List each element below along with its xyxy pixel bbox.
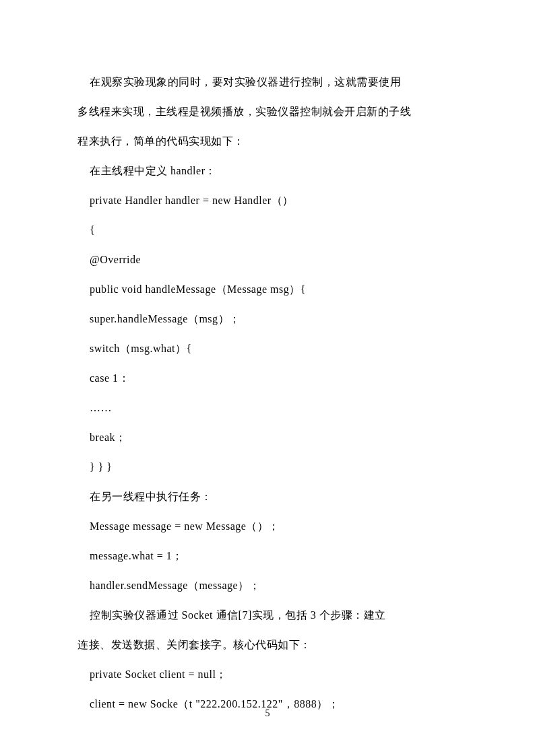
- body-line: private Handler handler = new Handler（）: [77, 186, 458, 215]
- body-line: 连接、发送数据、关闭套接字。核心代码如下：: [77, 630, 458, 660]
- body-line: @Override: [77, 245, 458, 275]
- body-line: message.what = 1；: [77, 541, 458, 571]
- body-line: case 1：: [77, 364, 458, 393]
- body-line: 在主线程中定义 handler：: [77, 156, 458, 186]
- page-number: 5: [0, 708, 535, 719]
- body-line: } } }: [77, 452, 458, 482]
- body-line: 在观察实验现象的同时，要对实验仪器进行控制，这就需要使用: [77, 67, 458, 97]
- body-line: private Socket client = null；: [77, 660, 458, 689]
- body-line: break；: [77, 423, 458, 452]
- body-line: 在另一线程中执行任务：: [77, 482, 458, 512]
- body-line: 多线程来实现，主线程是视频播放，实验仪器控制就会开启新的子线: [77, 97, 458, 127]
- body-line: switch（msg.what）{: [77, 334, 458, 364]
- body-line: 控制实验仪器通过 Socket 通信[7]实现，包括 3 个步骤：建立: [77, 600, 458, 630]
- body-line: handler.sendMessage（message）；: [77, 571, 458, 600]
- body-line: super.handleMessage（msg）；: [77, 304, 458, 334]
- body-line: 程来执行，简单的代码实现如下：: [77, 127, 458, 156]
- document-page: 在观察实验现象的同时，要对实验仪器进行控制，这就需要使用 多线程来实现，主线程是…: [0, 0, 535, 756]
- body-line: public void handleMessage（Message msg）{: [77, 275, 458, 304]
- body-line: ……: [77, 393, 458, 423]
- body-line: {: [77, 215, 458, 245]
- body-line: Message message = new Message（）；: [77, 512, 458, 541]
